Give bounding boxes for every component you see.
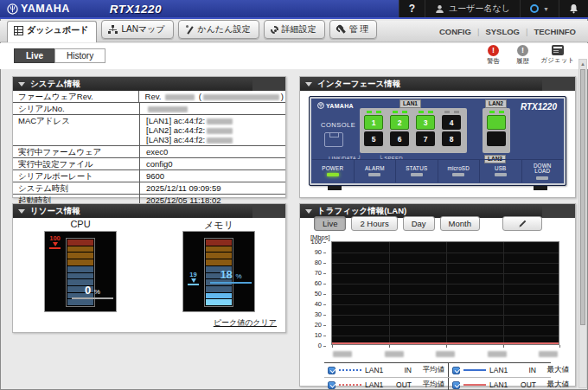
top-header-bar: YAMAHA RTX1220 ? ユーザー名なし ▼ [0,0,588,19]
gauge-segment [206,286,232,292]
port-led [428,111,433,113]
row-value: 2025/12/11 09:09:59 [139,182,285,194]
system-info-row: MACアドレス[LAN1] ac:44:f2:[LAN2] ac:44:f2:[… [13,115,285,146]
link-separator: | [477,27,479,36]
user-menu[interactable]: ユーザー名なし [425,0,520,17]
port-number: 1 [372,118,376,127]
system-info-row: システム時刻2025/12/11 09:09:59 [13,182,285,195]
tab-detail-setup[interactable]: 詳細設定 [264,20,325,39]
lan1-port-8: 8 [442,131,461,146]
device-yamaha-logo: YAMAHA [317,102,354,109]
link-techinfo[interactable]: TECHINFO [534,27,576,36]
tool-warning[interactable]: !警告 [483,45,505,66]
easy-setup-icon [185,25,195,35]
dashboard-icon [14,26,23,35]
x-tick [446,345,447,348]
resource-panel-header[interactable]: リソース情報 [13,204,285,218]
x-axis-label-redacted [436,351,455,357]
range-button-day[interactable]: Day [403,216,435,231]
peak-underline [49,247,61,249]
tool-history[interactable]: !履歴 [512,45,534,66]
peak-triangle-icon [53,242,58,246]
link-separator: | [526,27,527,36]
range-button-live[interactable]: Live [314,216,346,231]
view-tabs: LiveHistory [14,48,105,63]
panel-traffic-info: トラフィック情報(LAN) Live2 HoursDayMonth [Mbps]… [299,203,576,387]
link-config[interactable]: CONFIG [439,27,471,36]
legend-entry-lan1-out-avg: LAN1OUT平均値 [324,378,448,390]
connection-status-menu[interactable]: ▼ [520,0,559,17]
scrollbar[interactable]: ▲ [578,59,587,388]
scroll-thumb[interactable] [580,69,585,325]
legend-interface: LAN1 [365,366,387,374]
row-label: システム時刻 [13,182,139,194]
range-button-month[interactable]: Month [440,216,480,231]
tab-lanmap[interactable]: LANマップ [101,20,173,39]
view-tab-live[interactable]: Live [14,48,55,63]
y-tick-label: 0 [305,342,326,349]
legend-stat: 最大値 [540,365,569,375]
legend-row: LAN1OUT平均値LAN1OUT最大値 [324,377,551,390]
row-label: ファームウェアRev. [13,91,138,102]
view-tab-history[interactable]: History [54,48,105,63]
gauge-segment [67,253,93,259]
collapse-triangle-icon [18,209,25,214]
redacted-value [207,128,233,134]
gauge-segment [67,240,93,246]
port-led [367,111,372,113]
legend-checkbox-lan1-in-max[interactable] [452,367,460,374]
led-label: DOWN LOAD [534,163,552,175]
console-label: CONSOLE [321,121,355,129]
x-axis-label-redacted [539,351,558,357]
lan2-port [487,115,506,130]
edit-graph-button[interactable] [502,216,542,231]
range-button-2-hours[interactable]: 2 Hours [351,216,397,231]
device-foot [534,186,547,190]
system-info-row: シリアルNo. [13,103,285,115]
gauge-segment [206,299,232,305]
row-value: Rev. () [138,91,285,102]
gauge-title: メモリ [182,219,255,232]
legend-direction: OUT [515,380,536,389]
legend-interface: LAN1 [489,366,512,374]
tab-manage[interactable]: 管 理 [329,20,378,39]
panel-title: システム情報 [30,79,80,90]
nav-links: CONFIG|SYSLOG|TECHINFO [439,27,576,36]
gridline-v [446,242,447,344]
port-led [444,111,450,113]
row-value [139,103,285,114]
row-label: MACアドレス [13,115,139,145]
gauge-segment [67,246,93,253]
led-label: ALARM [365,166,385,172]
tool-gadget[interactable]: ガジェット [541,45,574,66]
x-tick [559,345,560,348]
tool-label: 履歴 [516,57,529,66]
value-text: exec0 [146,147,168,157]
scroll-up-arrow[interactable]: ▲ [579,60,586,68]
legend-checkbox-lan1-out-max[interactable] [452,381,460,389]
gridline-h [332,294,559,295]
tab-easy-setup[interactable]: かんたん設定 [178,20,259,39]
system-info-row: 実行中設定ファイルconfig0 [13,158,285,170]
tab-dashboard[interactable]: ダッシュボード [7,21,97,42]
gauge-unit: % [235,272,241,280]
gauge-segment [206,293,232,299]
led-label: microSD [447,166,470,172]
user-name-label: ユーザー名なし [449,3,510,15]
port-led [419,111,424,113]
port-column: 48 [440,111,463,150]
notifications-button[interactable] [559,0,588,17]
value-line: 9600 [146,171,284,181]
clear-peak-link[interactable]: ピーク値のクリア [214,317,277,329]
help-button[interactable]: ? [399,0,425,17]
link-syslog[interactable]: SYSLOG [485,27,520,36]
value-text: ) [281,92,284,101]
interface-panel-header[interactable]: インターフェース情報 [300,77,575,91]
legend-checkbox-lan1-out-avg[interactable] [328,381,336,389]
led-usb: USB [480,160,522,182]
legend-checkbox-lan1-in-avg[interactable] [328,367,336,374]
led-label: POWER [322,166,343,172]
panel-system-info: システム情報 ファームウェアRev.Rev. ()シリアルNo.MACアドレス[… [12,76,286,198]
system-panel-header[interactable]: システム情報 [13,77,285,91]
led-label: USB [495,166,507,172]
